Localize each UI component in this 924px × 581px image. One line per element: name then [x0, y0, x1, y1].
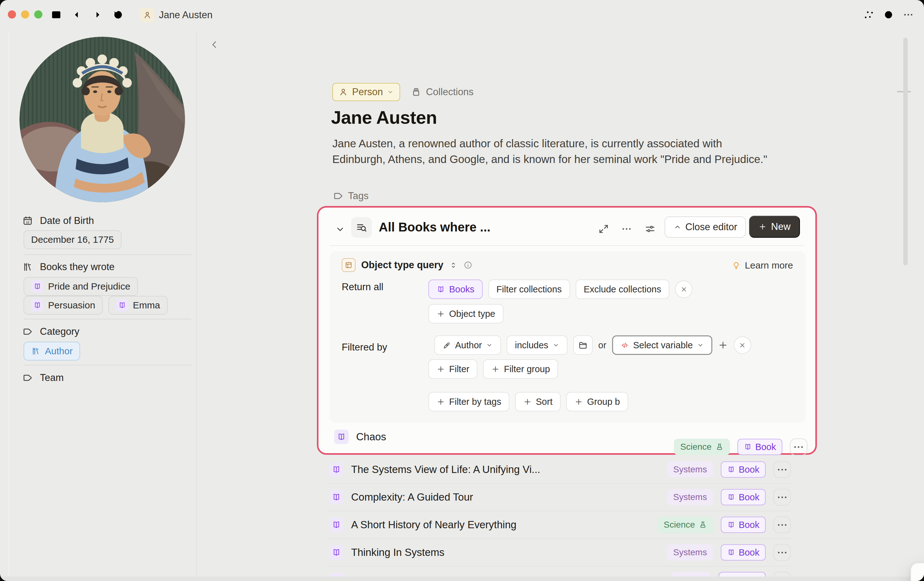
graph-view-icon[interactable] — [863, 9, 874, 20]
variable-popup: Variables to make your query context awa… — [911, 563, 924, 581]
selector-updown-icon[interactable] — [449, 261, 458, 269]
close-window-button[interactable] — [8, 10, 16, 18]
flask-icon — [716, 443, 724, 451]
add-filter-by-tags-button[interactable]: Filter by tags — [428, 392, 510, 411]
add-filter-button[interactable]: Filter — [428, 359, 477, 379]
sync-icon[interactable] — [883, 9, 894, 20]
view-settings-icon[interactable] — [645, 223, 656, 234]
book-icon — [727, 548, 735, 556]
remove-return-button[interactable] — [675, 281, 693, 298]
tag-badge[interactable]: Systems — [667, 544, 713, 561]
collections-button[interactable]: Collections — [411, 86, 474, 98]
collapse-query-icon[interactable] — [335, 224, 345, 234]
object-type-chip[interactable]: Book — [721, 489, 766, 505]
history-icon[interactable] — [112, 9, 124, 20]
tag-badge[interactable]: Science — [674, 439, 730, 455]
tag-icon — [22, 373, 33, 383]
tag-badge[interactable]: Science — [657, 517, 713, 533]
result-row[interactable]: Thinking In Systems Systems Book — [329, 539, 791, 566]
forward-icon[interactable] — [90, 9, 101, 20]
books-icon — [22, 262, 33, 272]
plus-icon — [759, 223, 767, 231]
category-chip-author[interactable]: Author — [23, 342, 80, 360]
plus-icon — [523, 398, 532, 406]
result-row[interactable]: A Short History of Nearly Everything Sci… — [329, 511, 791, 539]
add-filter-group-button[interactable]: Filter group — [483, 359, 558, 379]
add-value-icon[interactable] — [718, 340, 728, 350]
row-menu-button[interactable] — [773, 489, 791, 506]
result-title: Thinking In Systems — [351, 546, 660, 558]
date-chip[interactable]: December 16, 1775 — [23, 230, 122, 249]
result-title: The Systems View of Life: A Unifying Vi.… — [351, 464, 660, 475]
active-tab[interactable]: Jane Austen — [140, 7, 213, 23]
more-menu-icon[interactable] — [903, 9, 914, 20]
query-editor-panel: Object type query Learn more Return all … — [330, 251, 805, 423]
toggle-sidebar-icon[interactable] — [51, 9, 62, 20]
object-type-chip[interactable]: Book — [721, 461, 766, 478]
type-chip-books[interactable]: Books — [428, 279, 483, 299]
field-team: Team — [22, 372, 64, 383]
tag-badge[interactable]: Systems — [667, 461, 713, 478]
row-menu-button[interactable] — [773, 544, 791, 561]
add-sort-button[interactable]: Sort — [515, 392, 561, 411]
object-type-chip[interactable] — [719, 572, 766, 577]
lightbulb-icon — [731, 261, 741, 270]
exclude-collections-button[interactable]: Exclude collections — [576, 279, 670, 299]
maximize-window-button[interactable] — [34, 10, 42, 18]
scrollbar-thumb[interactable] — [903, 38, 908, 266]
row-menu-button[interactable] — [773, 516, 791, 533]
close-editor-button[interactable]: Close editor — [665, 216, 746, 238]
object-type-chip[interactable]: Book — [721, 544, 766, 561]
book-chip[interactable]: Emma — [108, 296, 168, 315]
result-title: Chaos — [356, 431, 386, 443]
filter-collections-button[interactable]: Filter collections — [488, 279, 570, 299]
query-results-list: The Systems View of Life: A Unifying Vi.… — [329, 456, 791, 577]
query-title[interactable]: All Books where ... — [379, 220, 490, 234]
chevron-up-icon — [673, 223, 681, 231]
book-chip[interactable]: Pride and Prejudice — [23, 277, 138, 296]
remove-filter-button[interactable] — [734, 336, 751, 354]
object-type-chip[interactable]: Book — [721, 517, 766, 533]
object-type-query-icon — [342, 258, 356, 272]
new-button[interactable]: New — [749, 216, 800, 238]
collapse-chevron-icon[interactable] — [208, 39, 220, 50]
filter-property-chip[interactable]: Author — [434, 335, 501, 355]
chevron-down-icon — [697, 342, 704, 348]
row-menu-button[interactable] — [773, 571, 791, 577]
minimize-window-button[interactable] — [21, 10, 29, 18]
result-row[interactable]: Complexity: A Guided Tour Systems Book — [329, 484, 791, 511]
object-type-pill[interactable]: Person — [332, 83, 400, 101]
tag-icon — [22, 326, 33, 337]
row-menu-button[interactable] — [773, 461, 791, 478]
tag-badge[interactable] — [672, 572, 711, 577]
more-options-icon[interactable] — [621, 223, 632, 234]
info-icon[interactable] — [463, 260, 473, 270]
back-icon[interactable] — [73, 9, 84, 20]
result-title: Complexity: A Guided Tour — [351, 491, 660, 503]
result-row-chaos[interactable]: Chaos — [334, 430, 386, 444]
x-icon — [680, 286, 688, 293]
divider — [23, 254, 191, 255]
add-object-type-button[interactable]: Object type — [428, 304, 503, 324]
learn-more-button[interactable]: Learn more — [731, 260, 793, 271]
book-icon — [329, 490, 343, 504]
book-chip[interactable]: Persuasion — [23, 296, 103, 315]
book-icon — [727, 521, 735, 529]
filter-operator-chip[interactable]: includes — [507, 335, 567, 355]
book-icon — [329, 573, 343, 577]
expand-icon[interactable] — [598, 223, 609, 234]
book-icon — [437, 285, 445, 294]
pick-object-button[interactable] — [573, 335, 592, 355]
add-group-by-button[interactable]: Group b — [566, 392, 628, 411]
tags-button[interactable]: Tags — [333, 190, 368, 201]
result-row-partial[interactable] — [329, 566, 791, 577]
select-variable-dropdown[interactable]: Select variable — [612, 335, 712, 355]
row-menu-button[interactable] — [790, 438, 807, 456]
tag-badge[interactable]: Systems — [667, 489, 713, 505]
book-icon — [329, 545, 343, 560]
return-all-label: Return all — [342, 281, 383, 293]
object-type-chip[interactable]: Book — [738, 439, 782, 455]
book-icon — [727, 493, 735, 501]
result-row[interactable]: The Systems View of Life: A Unifying Vi.… — [329, 456, 791, 484]
query-type-label[interactable]: Object type query — [361, 259, 444, 271]
